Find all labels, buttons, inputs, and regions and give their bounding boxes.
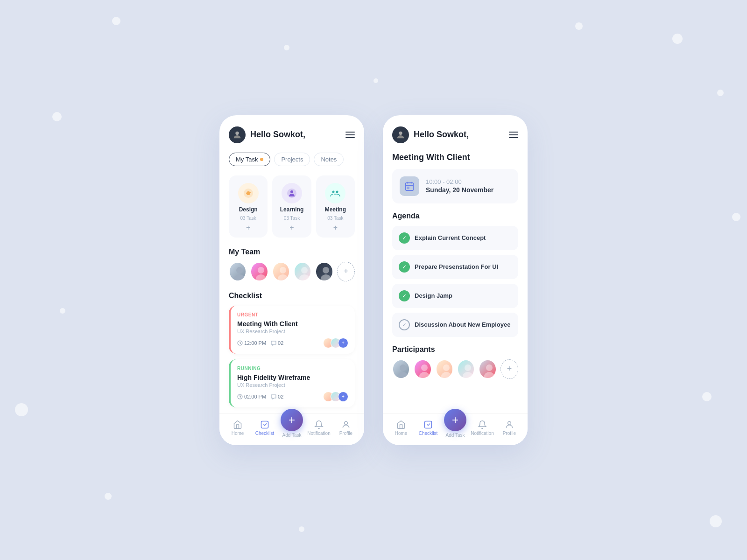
agenda-item-2[interactable]: ✓ Prepare Presenstation For UI	[392, 255, 518, 279]
card-avatars-2: +	[323, 392, 348, 402]
agenda-item-4[interactable]: ✓ Discussion About New Employee	[392, 313, 518, 337]
meeting-time-range: 10:00 - 02:00	[426, 178, 493, 185]
learning-add[interactable]: +	[289, 224, 294, 232]
nav-notification-left[interactable]: Notification	[305, 420, 332, 436]
agenda-label-2: Prepare Presenstation For UI	[415, 263, 498, 270]
svg-point-28	[443, 364, 450, 371]
tab-notes-label: Notes	[321, 156, 337, 163]
agenda-item-1[interactable]: ✓ Explain Current Concept	[392, 226, 518, 250]
meeting-title: Meeting With Client	[392, 153, 518, 162]
nav-add-left[interactable]: + Add Task	[278, 418, 305, 438]
svg-point-21	[399, 131, 402, 134]
learning-icon	[282, 183, 302, 203]
meeting-add[interactable]: +	[333, 224, 338, 232]
category-design[interactable]: Design 03 Task +	[229, 175, 268, 238]
card-title-2: High Fidelity Wireframe	[237, 374, 348, 381]
nav-notification-label-right: Notification	[471, 431, 493, 436]
tab-my-task[interactable]: My Task	[229, 153, 270, 166]
team-member-3	[272, 262, 290, 281]
phones-container: Hello Sowkot, My Task Projects Notes	[219, 115, 528, 445]
left-avatar	[229, 126, 246, 143]
nav-add-label-right: Add Task	[446, 433, 465, 438]
left-greeting: Hello Sowkot,	[250, 130, 305, 140]
svg-point-6	[336, 190, 338, 193]
right-avatar	[392, 126, 409, 143]
agenda-item-3[interactable]: ✓ Design Jamp	[392, 284, 518, 308]
design-name: Design	[239, 206, 258, 213]
nav-checklist-right[interactable]: Checklist	[415, 420, 442, 436]
category-meeting[interactable]: Meeting 03 Task +	[316, 175, 355, 238]
nav-home-label-right: Home	[395, 431, 408, 436]
nav-notification-right[interactable]: Notification	[469, 420, 496, 436]
right-header: Hello Sowkot,	[392, 126, 518, 143]
svg-point-5	[332, 190, 335, 193]
right-menu-button[interactable]	[509, 132, 518, 138]
svg-point-10	[256, 274, 266, 281]
team-add-button[interactable]: +	[337, 262, 355, 281]
nav-add-right[interactable]: + Add Task	[442, 418, 469, 438]
svg-point-8	[234, 274, 245, 281]
nav-home-label-left: Home	[232, 431, 244, 436]
svg-point-20	[345, 421, 348, 425]
card-avatar-plus-1: +	[338, 338, 348, 348]
svg-point-33	[484, 372, 494, 379]
agenda-check-3: ✓	[399, 290, 410, 301]
agenda-label-4: Discussion About New Employee	[415, 321, 510, 328]
design-icon	[238, 183, 259, 203]
svg-point-14	[299, 274, 310, 281]
add-task-button-left[interactable]: +	[281, 409, 303, 431]
card-time-2: 02:00 PM	[237, 394, 266, 399]
card-avatar-plus-2: +	[338, 392, 348, 402]
learning-tasks: 03 Task	[284, 216, 300, 221]
meeting-tasks: 03 Task	[327, 216, 343, 221]
nav-home-right[interactable]: Home	[388, 420, 415, 436]
svg-point-31	[463, 372, 473, 379]
design-add[interactable]: +	[246, 224, 250, 232]
team-member-5	[315, 262, 333, 281]
tab-dot	[260, 158, 263, 161]
participant-1	[392, 359, 410, 379]
svg-point-27	[419, 372, 430, 379]
nav-profile-label-right: Profile	[503, 431, 516, 436]
tab-projects[interactable]: Projects	[274, 153, 310, 166]
checklist-card-running[interactable]: RUNNING High Fidelity Wireframe UX Resea…	[229, 359, 355, 407]
team-avatars: +	[229, 262, 355, 281]
tab-projects-label: Projects	[281, 156, 303, 163]
agenda-check-4: ✓	[399, 319, 410, 330]
left-phone: Hello Sowkot, My Task Projects Notes	[219, 115, 364, 445]
nav-profile-left[interactable]: Profile	[332, 420, 359, 436]
svg-point-4	[290, 190, 293, 193]
left-menu-button[interactable]	[345, 132, 355, 138]
agenda-title: Agenda	[392, 212, 518, 220]
add-task-button-right[interactable]: +	[444, 409, 466, 431]
left-bottom-nav: Home Checklist + Add Task Notification P…	[219, 413, 364, 445]
right-phone: Hello Sowkot, Meeting With Client 10:00 …	[383, 115, 528, 445]
tab-notes[interactable]: Notes	[314, 153, 344, 166]
participant-5	[479, 359, 496, 379]
card-footer-2: 02:00 PM 02 +	[237, 392, 348, 402]
card-subtitle-2: UX Research Project	[237, 382, 348, 388]
participants-add-button[interactable]: +	[500, 359, 518, 379]
nav-home-left[interactable]: Home	[224, 420, 251, 436]
category-learning[interactable]: Learning 03 Task +	[272, 175, 311, 238]
svg-rect-34	[425, 421, 432, 428]
meeting-icon	[325, 183, 345, 203]
agenda-check-1: ✓	[399, 232, 410, 244]
svg-rect-22	[406, 182, 414, 190]
card-subtitle-1: UX Research Project	[237, 329, 348, 334]
card-status-running: RUNNING	[237, 366, 348, 371]
agenda-list: ✓ Explain Current Concept ✓ Prepare Pres…	[392, 226, 518, 337]
checklist-card-urgent[interactable]: URGENT Meeting With Client UX Research P…	[229, 306, 355, 354]
svg-point-9	[258, 267, 264, 273]
nav-checklist-left[interactable]: Checklist	[251, 420, 278, 436]
svg-point-13	[301, 267, 308, 273]
svg-point-16	[321, 274, 331, 281]
nav-checklist-label-left: Checklist	[255, 431, 275, 436]
participant-4	[457, 359, 475, 379]
meeting-time-card: 10:00 - 02:00 Sunday, 20 November	[392, 169, 518, 203]
card-status-urgent: URGENT	[237, 312, 348, 317]
nav-profile-right[interactable]: Profile	[496, 420, 523, 436]
svg-point-29	[441, 372, 451, 379]
tab-mytask-label: My Task	[236, 156, 258, 163]
svg-point-24	[400, 364, 406, 371]
